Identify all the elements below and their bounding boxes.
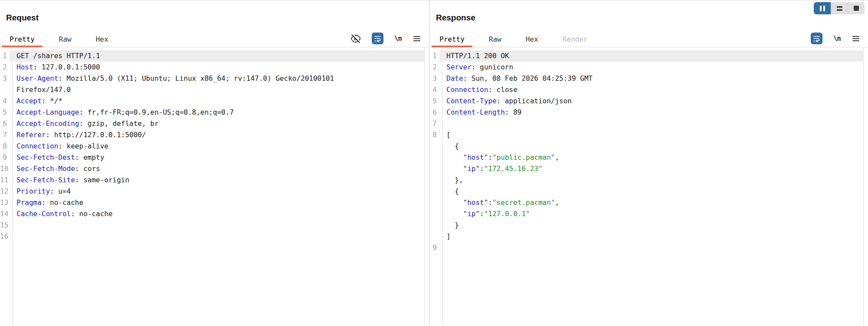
- response-panel: Response Pretty Raw: [430, 0, 868, 326]
- code-line: ]: [430, 231, 863, 242]
- rows-layout-button[interactable]: [831, 2, 848, 14]
- show-newlines-button[interactable]: \n: [394, 34, 402, 43]
- line-number: 1: [0, 50, 10, 62]
- code-line: 3User-Agent: Mozilla/5.0 (X11; Ubuntu; L…: [0, 73, 424, 84]
- line-number: [430, 186, 439, 197]
- line-number: [430, 152, 439, 163]
- code-line: 1GET /shares HTTP/1.1: [0, 50, 424, 62]
- line-content: }: [439, 220, 863, 231]
- code-line: 5Content-Type: application/json: [430, 95, 863, 107]
- word-wrap-icon: [373, 34, 382, 43]
- request-scrollbar-track[interactable]: [424, 48, 425, 326]
- code-line: {: [430, 141, 863, 152]
- code-line: 7Referer: http://127.0.0.1:5000/: [0, 129, 424, 141]
- line-content: GET /shares HTTP/1.1: [10, 50, 424, 62]
- code-line: 2Host: 127.0.0.1:5000: [0, 62, 424, 73]
- line-number: [430, 141, 439, 152]
- line-number: 11: [0, 175, 10, 186]
- line-number: 9: [430, 242, 439, 254]
- code-line: 13Pragma: no-cache: [0, 197, 424, 208]
- rows-layout-icon: [837, 6, 842, 11]
- line-content: Sec-Fetch-Dest: empty: [10, 152, 424, 163]
- menu-icon: [413, 34, 421, 43]
- line-number: 8: [0, 141, 10, 152]
- code-line: 6Content-Length: 89: [430, 107, 863, 118]
- code-line: 9Sec-Fetch-Dest: empty: [0, 152, 424, 163]
- response-code-lines: 1HTTP/1.1 200 OK2Server: gunicorn3Date: …: [430, 50, 863, 254]
- show-newlines-button[interactable]: \n: [833, 34, 841, 43]
- line-content: [: [439, 129, 863, 141]
- code-line: "host":"secret.pacman",: [430, 197, 863, 208]
- line-content: Host: 127.0.0.1:5000: [10, 62, 424, 73]
- code-line: 1HTTP/1.1 200 OK: [430, 50, 863, 62]
- single-layout-button[interactable]: [848, 2, 865, 14]
- columns-layout-icon: [820, 6, 825, 11]
- response-editor[interactable]: 1HTTP/1.1 200 OK2Server: gunicorn3Date: …: [430, 48, 868, 326]
- code-line: "ip":"172.45.16.23": [430, 163, 863, 175]
- line-number: 4: [430, 84, 439, 95]
- line-number: [430, 197, 439, 208]
- response-scrollbar-track[interactable]: [863, 48, 864, 326]
- line-number: 10: [0, 163, 10, 175]
- tab-response-pretty[interactable]: Pretty: [432, 31, 472, 47]
- line-content: [439, 118, 863, 129]
- code-line: 9: [430, 242, 863, 254]
- request-menu-button[interactable]: [413, 34, 421, 43]
- line-number: [430, 175, 439, 186]
- code-line: 11Sec-Fetch-Site: same-origin: [0, 175, 424, 186]
- tab-label: Hex: [526, 35, 538, 43]
- line-content: HTTP/1.1 200 OK: [439, 50, 863, 62]
- line-number: [430, 231, 439, 242]
- line-number: 16: [0, 231, 10, 242]
- code-line: 8Connection: keep-alive: [0, 141, 424, 152]
- line-content: Date: Sun, 08 Feb 2026 04:25:39 GMT: [439, 73, 863, 84]
- response-menu-button[interactable]: [852, 34, 860, 43]
- request-panel-header: Request Pretty Raw Hex: [0, 0, 429, 47]
- code-line: 7: [430, 118, 863, 129]
- line-content: },: [439, 175, 863, 186]
- tab-request-raw[interactable]: Raw: [51, 31, 79, 47]
- code-line: 12Priority: u=4: [0, 186, 424, 197]
- newline-icon: \n: [833, 34, 841, 43]
- line-content: "ip":"172.45.16.23": [439, 163, 863, 175]
- response-panel-header: Response Pretty Raw: [430, 0, 868, 47]
- http-message-viewer: Request Pretty Raw Hex: [0, 0, 868, 326]
- line-number: 6: [430, 107, 439, 118]
- tab-label: Raw: [489, 35, 501, 43]
- line-number: 1: [430, 50, 439, 62]
- line-content: Connection: close: [439, 84, 863, 95]
- request-tabbar: Pretty Raw Hex: [2, 31, 125, 47]
- line-content: Content-Type: application/json: [439, 95, 863, 107]
- line-content: [10, 231, 424, 242]
- word-wrap-button[interactable]: [811, 33, 822, 44]
- line-content: Referer: http://127.0.0.1:5000/: [10, 129, 424, 141]
- line-content: Cache-Control: no-cache: [10, 208, 424, 220]
- columns-layout-button[interactable]: [814, 2, 831, 14]
- eye-slash-icon: [350, 33, 361, 44]
- tab-response-raw[interactable]: Raw: [481, 31, 509, 47]
- tab-response-hex[interactable]: Hex: [518, 31, 546, 47]
- line-number: 13: [0, 197, 10, 208]
- line-content: [10, 220, 424, 231]
- code-line: Firefox/147.0: [0, 84, 424, 95]
- code-line: 6Accept-Encoding: gzip, deflate, br: [0, 118, 424, 129]
- hide-content-button[interactable]: [350, 33, 361, 44]
- code-line: 14Cache-Control: no-cache: [0, 208, 424, 220]
- tab-request-pretty[interactable]: Pretty: [2, 31, 43, 47]
- request-editor[interactable]: 1GET /shares HTTP/1.12Host: 127.0.0.1:50…: [0, 48, 429, 326]
- line-content: Sec-Fetch-Site: same-origin: [10, 175, 424, 186]
- line-number: 9: [0, 152, 10, 163]
- line-content: Pragma: no-cache: [10, 197, 424, 208]
- code-line: 4Connection: close: [430, 84, 863, 95]
- code-line: 2Server: gunicorn: [430, 62, 863, 73]
- line-content: Accept-Encoding: gzip, deflate, br: [10, 118, 424, 129]
- line-number: 5: [430, 95, 439, 107]
- line-number: [430, 163, 439, 175]
- line-number: 5: [0, 107, 10, 118]
- line-content: {: [439, 186, 863, 197]
- tab-request-hex[interactable]: Hex: [88, 31, 116, 47]
- line-content: Connection: keep-alive: [10, 141, 424, 152]
- line-content: Sec-Fetch-Mode: cors: [10, 163, 424, 175]
- word-wrap-button[interactable]: [372, 33, 383, 44]
- line-number: 8: [430, 129, 439, 141]
